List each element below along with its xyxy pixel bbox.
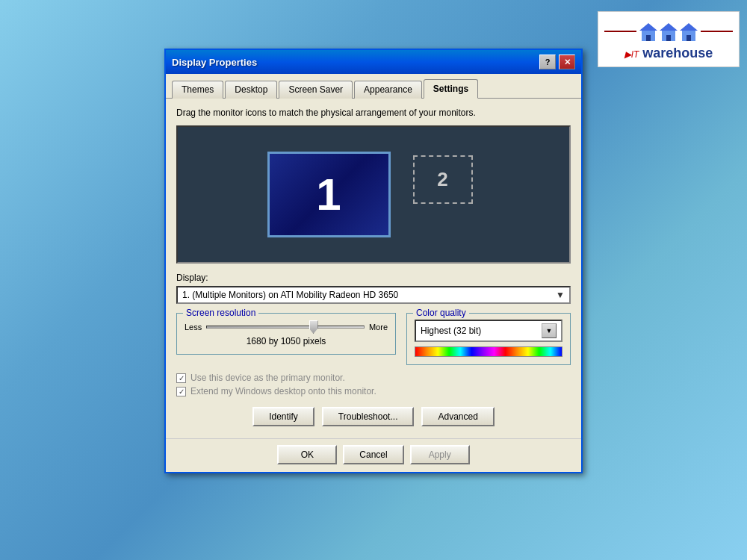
logo-box: ▶IT warehouse bbox=[598, 11, 740, 67]
two-col-section: Screen resolution Less More 1680 by 1050… bbox=[176, 313, 571, 365]
color-dropdown-arrow-icon: ▼ bbox=[542, 323, 557, 338]
logo-warehouse-text: warehouse bbox=[639, 46, 713, 60]
house-icon-1 bbox=[639, 23, 657, 41]
color-quality-value: Highest (32 bit) bbox=[421, 326, 481, 336]
logo-it-text: ▶IT bbox=[624, 49, 639, 60]
help-button[interactable]: ? bbox=[539, 55, 556, 69]
house-icon-2 bbox=[660, 23, 678, 41]
cancel-button[interactable]: Cancel bbox=[343, 445, 403, 464]
display-dropdown-value: 1. (Multiple Monitors) on ATI Mobility R… bbox=[182, 290, 398, 300]
display-container: Display: 1. (Multiple Monitors) on ATI M… bbox=[176, 273, 571, 304]
monitor-2[interactable]: 2 bbox=[413, 155, 473, 204]
monitor-2-label: 2 bbox=[437, 168, 447, 191]
resolution-slider-thumb[interactable] bbox=[309, 320, 318, 334]
dropdown-arrow-icon: ▼ bbox=[556, 290, 565, 300]
screen-resolution-group: Screen resolution Less More 1680 by 1050… bbox=[176, 313, 396, 355]
title-buttons: ? ✕ bbox=[539, 55, 575, 69]
screen-resolution-section: Screen resolution Less More 1680 by 1050… bbox=[176, 313, 396, 365]
advanced-button[interactable]: Advanced bbox=[421, 407, 494, 426]
instruction-text: Drag the monitor icons to match the phys… bbox=[176, 108, 571, 118]
tab-themes[interactable]: Themes bbox=[172, 81, 223, 99]
action-buttons-row: Identify Troubleshoot... Advanced bbox=[176, 407, 571, 426]
more-label: More bbox=[369, 323, 388, 332]
dialog-title: Display Properties bbox=[172, 57, 257, 68]
display-properties-dialog: Display Properties ? ✕ Themes Desktop Sc… bbox=[164, 49, 583, 473]
less-label: Less bbox=[185, 323, 202, 332]
primary-monitor-label: Use this device as the primary monitor. bbox=[190, 373, 345, 383]
color-quality-bar bbox=[415, 346, 562, 357]
logo-houses bbox=[639, 23, 698, 41]
screen-resolution-legend: Screen resolution bbox=[183, 308, 258, 318]
display-label: Display: bbox=[176, 273, 571, 283]
tab-desktop[interactable]: Desktop bbox=[225, 81, 277, 99]
troubleshoot-button[interactable]: Troubleshoot... bbox=[322, 407, 415, 426]
ok-button[interactable]: OK bbox=[277, 445, 337, 464]
resolution-slider-track bbox=[206, 326, 365, 329]
primary-monitor-checkbox-row: ✓ Use this device as the primary monitor… bbox=[176, 373, 571, 383]
house-icon-3 bbox=[680, 23, 698, 41]
monitor-1[interactable]: 1 bbox=[267, 152, 391, 237]
tab-appearance[interactable]: Appearance bbox=[354, 81, 422, 99]
monitor-preview-area: 1 2 bbox=[176, 125, 571, 264]
dialog-content: Drag the monitor icons to match the phys… bbox=[166, 98, 581, 438]
logo-text: ▶IT warehouse bbox=[624, 46, 713, 61]
monitor-1-label: 1 bbox=[316, 169, 341, 220]
color-quality-dropdown[interactable]: Highest (32 bit) ▼ bbox=[415, 320, 562, 342]
color-quality-group: Color quality Highest (32 bit) ▼ bbox=[406, 313, 571, 365]
extend-desktop-checkbox[interactable]: ✓ bbox=[176, 387, 186, 396]
close-button[interactable]: ✕ bbox=[559, 55, 575, 69]
identify-button[interactable]: Identify bbox=[252, 407, 314, 426]
resolution-text: 1680 by 1050 pixels bbox=[185, 336, 388, 346]
display-dropdown[interactable]: 1. (Multiple Monitors) on ATI Mobility R… bbox=[176, 286, 571, 304]
extend-desktop-checkbox-row: ✓ Extend my Windows desktop onto this mo… bbox=[176, 386, 571, 396]
apply-button[interactable]: Apply bbox=[410, 445, 470, 464]
resolution-slider-row: Less More bbox=[185, 323, 388, 332]
dialog-titlebar: Display Properties ? ✕ bbox=[166, 50, 581, 74]
color-quality-section: Color quality Highest (32 bit) ▼ bbox=[406, 313, 571, 365]
tab-screen-saver[interactable]: Screen Saver bbox=[279, 81, 353, 99]
tab-settings[interactable]: Settings bbox=[424, 79, 478, 99]
color-quality-legend: Color quality bbox=[413, 308, 469, 318]
ok-cancel-apply-row: OK Cancel Apply bbox=[166, 438, 581, 472]
tabs-container: Themes Desktop Screen Saver Appearance S… bbox=[166, 74, 581, 98]
extend-desktop-label: Extend my Windows desktop onto this moni… bbox=[190, 386, 376, 396]
primary-monitor-checkbox[interactable]: ✓ bbox=[176, 373, 186, 383]
